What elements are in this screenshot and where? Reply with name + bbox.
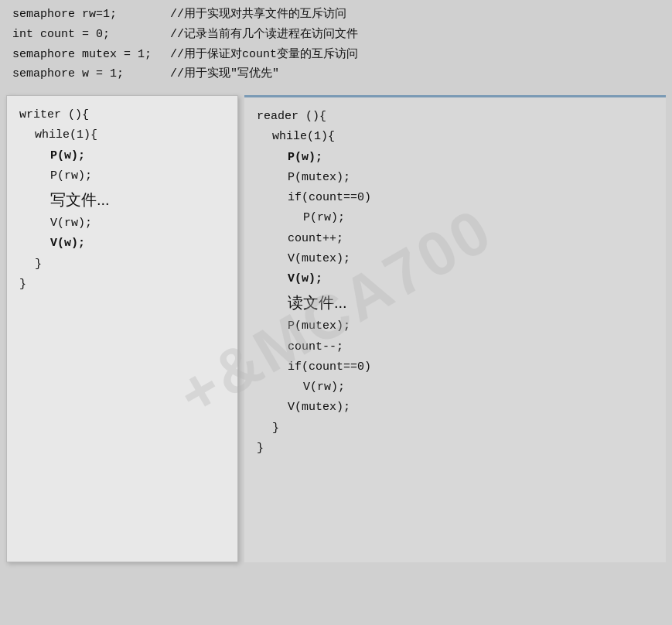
reader-code-line: } [257,439,653,459]
reader-code-line: P(mutex); [257,168,653,188]
reader-code-line: reader (){ [257,107,653,127]
reader-code-line: if(count==0) [257,188,653,208]
writer-code-line: 写文件... [19,186,225,213]
reader-panel: reader (){while(1){P(w);P(mutex);if(coun… [244,95,666,562]
writer-code-line: V(rw); [19,213,225,234]
writer-code-line: P(rw); [19,166,225,186]
writer-code-line: P(w); [19,146,225,166]
comment-line: //记录当前有几个读进程在访问文件 [170,25,666,45]
declaration-line: semaphore w = 1; [12,64,152,84]
comment-line: //用于保证对count变量的互斥访问 [170,45,666,65]
writer-panel: writer (){while(1){P(w);P(rw);写文件...V(rw… [6,95,238,562]
writer-code-line: writer (){ [19,105,225,125]
code-panels: writer (){while(1){P(w);P(rw);写文件...V(rw… [0,89,672,569]
reader-code-line: while(1){ [257,127,653,147]
comment-line: //用于实现"写优先" [170,64,666,84]
reader-code-line: count--; [257,337,653,357]
declaration-line: semaphore rw=1; [12,5,152,25]
reader-code-line: V(mutex); [257,249,653,269]
page-container: +&MCA700 semaphore rw=1;int count = 0;se… [0,0,672,569]
declaration-line: int count = 0; [12,25,152,45]
reader-code-line: P(mutex); [257,316,653,336]
declarations-column: semaphore rw=1;int count = 0;semaphore m… [0,3,164,86]
declarations-section: semaphore rw=1;int count = 0;semaphore m… [0,0,672,89]
reader-code-line: 读文件... [257,289,653,316]
reader-code-line: V(rw); [257,377,653,398]
writer-code-line: } [19,275,225,295]
reader-code-line: } [257,418,653,439]
reader-code-line: if(count==0) [257,357,653,377]
declaration-line: semaphore mutex = 1; [12,45,152,65]
reader-code-line: V(mutex); [257,398,653,418]
writer-code-line: V(w); [19,234,225,254]
reader-code-line: P(rw); [257,208,653,228]
reader-code-line: V(w); [257,269,653,289]
writer-code-line: } [19,254,225,275]
comments-column: //用于实现对共享文件的互斥访问//记录当前有几个读进程在访问文件//用于保证对… [164,3,672,86]
reader-code-line: count++; [257,229,653,249]
writer-code-line: while(1){ [19,125,225,145]
comment-line: //用于实现对共享文件的互斥访问 [170,5,666,25]
reader-code-line: P(w); [257,148,653,168]
